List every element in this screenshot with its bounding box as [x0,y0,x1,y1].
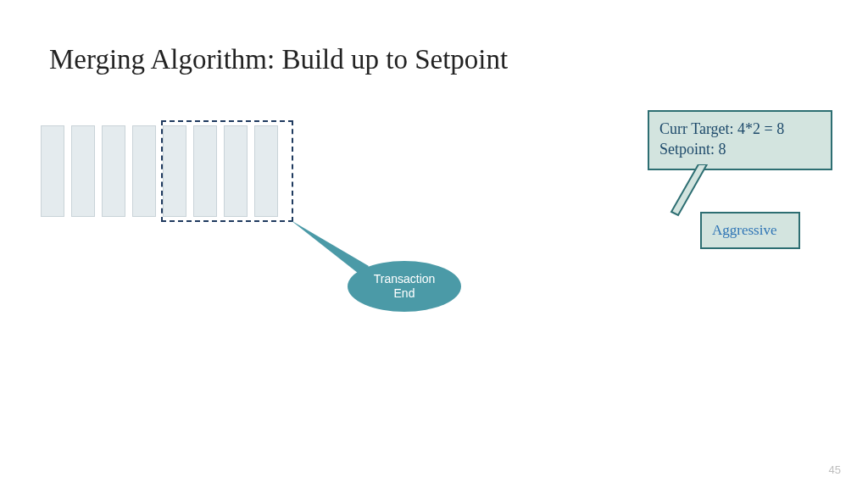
target-info-box: Curr Target: 4*2 = 8 Setpoint: 8 [648,110,832,170]
data-bar [71,125,95,217]
svg-marker-0 [291,220,369,276]
svg-marker-1 [671,164,707,215]
aggressive-label: Aggressive [712,222,776,238]
setpoint-label: Setpoint: [659,141,715,158]
curr-target-label: Curr Target: [659,120,734,137]
data-bar [102,125,125,217]
slide-title: Merging Algorithm: Build up to Setpoint [49,44,508,75]
selection-group [161,120,293,222]
ellipse-line1: Transaction [374,272,436,286]
setpoint-value: 8 [719,141,726,158]
ellipse-line2: End [394,286,415,300]
transaction-end-callout: Transaction End [348,261,461,312]
page-number: 45 [829,463,841,476]
aggressive-label-box: Aggressive [700,212,800,249]
curr-target-value: 4*2 = 8 [737,120,784,137]
data-bar [132,125,156,217]
data-bar [41,125,64,217]
